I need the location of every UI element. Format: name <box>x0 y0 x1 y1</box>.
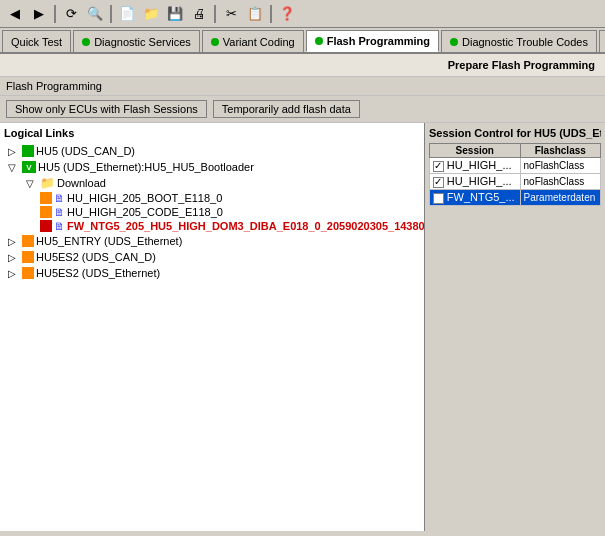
toolbar-cut-btn[interactable]: ✂ <box>220 3 242 25</box>
toolbar-help-btn[interactable]: ❓ <box>276 3 298 25</box>
file-icon2: 🗎 <box>54 206 65 218</box>
session-cell-1: HU_HIGH_... <box>430 158 521 174</box>
checkbox-3[interactable] <box>433 193 444 204</box>
tree-expand-icon: ▷ <box>4 144 20 158</box>
flashclass-cell-1: noFlashClass <box>520 158 600 174</box>
tree-expand-icon6: ▷ <box>4 266 20 280</box>
tree-status-red <box>40 220 52 232</box>
tree-item-boot[interactable]: 🗎 HU_HIGH_205_BOOT_E118_0 <box>4 191 420 205</box>
tab-data-display[interactable]: Data Display / IO Cont... <box>599 30 605 52</box>
tab-diagnostic-services-dot <box>82 38 90 46</box>
tab-diagnostic-trouble-codes-label: Diagnostic Trouble Codes <box>462 36 588 48</box>
tree-expand-icon2: ▽ <box>4 160 20 174</box>
table-row[interactable]: HU_HIGH_... noFlashClass <box>430 158 601 174</box>
tree-label-hu5es2-can: HU5ES2 (UDS_CAN_D) <box>36 251 156 263</box>
tree-item-hu5es2-eth[interactable]: ▷ HU5ES2 (UDS_Ethernet) <box>4 265 420 281</box>
tree-label-hu5-entry: HU5_ENTRY (UDS_Ethernet) <box>36 235 182 247</box>
flashclass-cell-3: Parameterdaten <box>520 189 600 205</box>
toolbar-back-btn[interactable]: ◀ <box>4 3 26 25</box>
tree-item-hu5-can[interactable]: ▷ HU5 (UDS_CAN_D) <box>4 143 420 159</box>
tree-status-orange5 <box>22 267 34 279</box>
toolbar-paste-btn[interactable]: 📋 <box>244 3 266 25</box>
toolbar-save-btn[interactable]: 💾 <box>164 3 186 25</box>
toolbar-sep1 <box>54 5 56 23</box>
file-icon1: 🗎 <box>54 192 65 204</box>
tab-variant-coding-label: Variant Coding <box>223 36 295 48</box>
session-cell-2: HU_HIGH_... <box>430 173 521 189</box>
toolbar-reload-btn[interactable]: ⟳ <box>60 3 82 25</box>
right-panel-title: Session Control for HU5 (UDS_Ethernet):H… <box>429 127 601 139</box>
session-table: Session Flashclass HU_HIGH_... noFlashCl… <box>429 143 601 206</box>
left-panel-title: Logical Links <box>4 127 420 139</box>
tree-label-hu5es2-eth: HU5ES2 (UDS_Ethernet) <box>36 267 160 279</box>
right-panel: Session Control for HU5 (UDS_Ethernet):H… <box>425 123 605 531</box>
file-icon3: 🗎 <box>54 220 65 232</box>
tab-flash-programming-label: Flash Programming <box>327 35 430 47</box>
tree-item-fw-ntg5[interactable]: 🗎 FW_NTG5_205_HU5_HIGH_DOM3_DIBA_E018_0_… <box>4 219 420 233</box>
tree-label-code: HU_HIGH_205_CODE_E118_0 <box>67 206 223 218</box>
tab-diagnostic-trouble-codes[interactable]: Diagnostic Trouble Codes <box>441 30 597 52</box>
toolbar-sep3 <box>214 5 216 23</box>
tree-item-hu5-entry[interactable]: ▷ HU5_ENTRY (UDS_Ethernet) <box>4 233 420 249</box>
col-session: Session <box>430 144 521 158</box>
tree-expand-icon3: ▽ <box>22 176 38 190</box>
action-bar: Show only ECUs with Flash Sessions Tempo… <box>0 96 605 123</box>
toolbar-open-btn[interactable]: 📁 <box>140 3 162 25</box>
tab-quick-test-label: Quick Test <box>11 36 62 48</box>
folder-icon: 📁 <box>40 176 55 190</box>
page-header: Prepare Flash Programming <box>0 54 605 77</box>
col-flashclass: Flashclass <box>520 144 600 158</box>
left-panel: Logical Links ▷ HU5 (UDS_CAN_D) ▽ V HU5 … <box>0 123 425 531</box>
tree-status-icon-green <box>22 145 34 157</box>
toolbar: ◀ ▶ ⟳ 🔍 📄 📁 💾 🖨 ✂ 📋 ❓ <box>0 0 605 28</box>
tab-variant-coding[interactable]: Variant Coding <box>202 30 304 52</box>
tree-item-download-folder[interactable]: ▽ 📁 Download <box>4 175 420 191</box>
tree-status-icon-green-v: V <box>22 161 36 173</box>
tab-quick-test[interactable]: Quick Test <box>2 30 71 52</box>
tab-diagnostic-services-label: Diagnostic Services <box>94 36 191 48</box>
tree-expand-icon5: ▷ <box>4 250 20 264</box>
tab-variant-coding-dot <box>211 38 219 46</box>
checkbox-1[interactable] <box>433 161 444 172</box>
table-row-selected[interactable]: FW_NTG5_... Parameterdaten <box>430 189 601 205</box>
sub-header: Flash Programming <box>0 77 605 96</box>
toolbar-sep2 <box>110 5 112 23</box>
tab-diagnostic-services[interactable]: Diagnostic Services <box>73 30 200 52</box>
toolbar-new-btn[interactable]: 📄 <box>116 3 138 25</box>
show-ecu-btn[interactable]: Show only ECUs with Flash Sessions <box>6 100 207 118</box>
tree-label-eth: HU5 (UDS_Ethernet):HU5_HU5_Bootloader <box>38 161 254 173</box>
tree-expand-icon4: ▷ <box>4 234 20 248</box>
tree-label-fw: FW_NTG5_205_HU5_HIGH_DOM3_DIBA_E018_0_20… <box>67 220 425 232</box>
tree-item-hu5es2-can[interactable]: ▷ HU5ES2 (UDS_CAN_D) <box>4 249 420 265</box>
tab-flash-programming-dot <box>315 37 323 45</box>
toolbar-sep4 <box>270 5 272 23</box>
flashclass-cell-2: noFlashClass <box>520 173 600 189</box>
tabs-bar: Quick Test Diagnostic Services Variant C… <box>0 28 605 54</box>
toolbar-print-btn[interactable]: 🖨 <box>188 3 210 25</box>
tree-status-orange4 <box>22 251 34 263</box>
tree-status-orange3 <box>22 235 34 247</box>
checkbox-2[interactable] <box>433 177 444 188</box>
tree-status-orange1 <box>40 192 52 204</box>
main-content: Logical Links ▷ HU5 (UDS_CAN_D) ▽ V HU5 … <box>0 123 605 531</box>
tree-label-boot: HU_HIGH_205_BOOT_E118_0 <box>67 192 222 204</box>
toolbar-search-btn[interactable]: 🔍 <box>84 3 106 25</box>
tree-label-download: Download <box>57 177 106 189</box>
sub-header-label: Flash Programming <box>6 80 102 92</box>
page-title: Prepare Flash Programming <box>448 59 595 71</box>
session-cell-3: FW_NTG5_... <box>430 189 521 205</box>
table-row[interactable]: HU_HIGH_... noFlashClass <box>430 173 601 189</box>
tree-item-code[interactable]: 🗎 HU_HIGH_205_CODE_E118_0 <box>4 205 420 219</box>
tree-item-hu5-eth-bootloader[interactable]: ▽ V HU5 (UDS_Ethernet):HU5_HU5_Bootloade… <box>4 159 420 175</box>
tab-flash-programming[interactable]: Flash Programming <box>306 30 439 52</box>
toolbar-forward-btn[interactable]: ▶ <box>28 3 50 25</box>
tree-label: HU5 (UDS_CAN_D) <box>36 145 135 157</box>
tree-status-orange2 <box>40 206 52 218</box>
tab-dtc-dot <box>450 38 458 46</box>
add-flash-btn[interactable]: Temporarily add flash data <box>213 100 360 118</box>
